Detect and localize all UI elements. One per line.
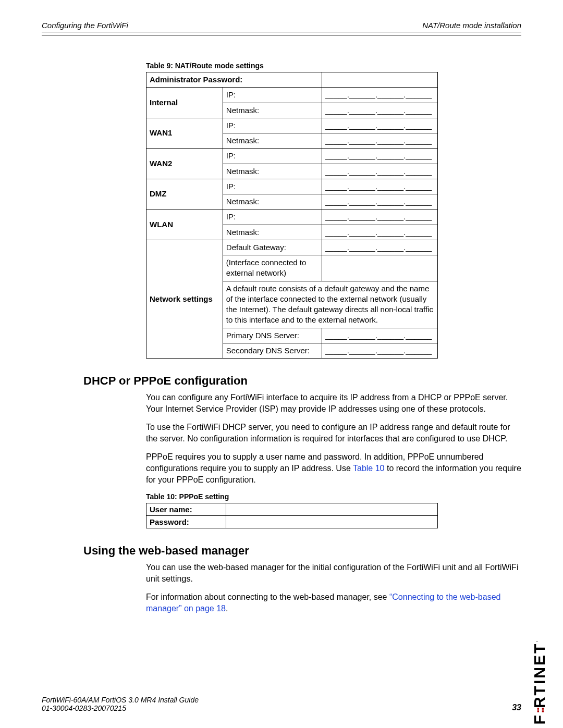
table9-caption: Table 9: NAT/Route mode settings — [146, 61, 521, 70]
internal-netmask-label: Netmask: — [223, 103, 322, 118]
wan1-ip-label: IP: — [223, 118, 322, 133]
web-p2a: For information about connecting to the … — [146, 593, 389, 601]
wlan-ip-label: IP: — [223, 209, 322, 225]
network-settings-label: Network settings — [146, 240, 223, 358]
footer-line1: FortiWiFi-60A/AM FortiOS 3.0 MR4 Install… — [42, 696, 199, 704]
dmz-netmask-value: _____.______.______.______ — [322, 194, 437, 209]
pppoe-username-value — [226, 503, 438, 516]
primary-dns-label: Primary DNS Server: — [223, 328, 322, 343]
wan2-netmask-value: _____.______.______.______ — [322, 164, 437, 179]
table10: User name: Password: — [146, 503, 438, 528]
dhcp-p3: PPPoE requires you to supply a user name… — [146, 451, 521, 485]
internal-netmask-value: _____.______.______.______ — [322, 103, 437, 118]
dmz-ip-value: _____.______.______.______ — [322, 179, 437, 194]
route-note: A default route consists of a default ga… — [223, 281, 437, 328]
admin-password-value — [322, 72, 437, 88]
footer-line2: 01-30004-0283-20070215 — [42, 704, 199, 712]
default-gateway-value: _____.______.______.______ — [322, 240, 437, 255]
default-gateway-label: Default Gateway: — [223, 240, 322, 255]
dmz-netmask-label: Netmask: — [223, 194, 322, 209]
wan1-ip-value: _____.______.______.______ — [322, 118, 437, 133]
table10-caption: Table 10: PPPoE setting — [146, 492, 521, 501]
logo-f: F — [531, 713, 548, 724]
iface-wan1-label: WAN1 — [146, 118, 223, 149]
wan2-ip-label: IP: — [223, 149, 322, 164]
table9: Administrator Password: Internal IP: ___… — [146, 72, 438, 359]
iface-note: (Interface connected to external network… — [223, 255, 322, 281]
section-web-manager-title: Using the web-based manager — [83, 544, 521, 558]
dmz-ip-label: IP: — [223, 179, 322, 194]
wlan-ip-value: _____.______.______.______ — [322, 209, 437, 225]
iface-wlan-label: WLAN — [146, 209, 223, 240]
fortinet-logo: F::RTINET. — [531, 639, 548, 724]
header-left: Configuring the FortiWiFi — [42, 21, 128, 30]
wan2-ip-value: _____.______.______.______ — [322, 149, 437, 164]
page-number: 33 — [512, 703, 521, 712]
web-p2b: . — [226, 604, 228, 613]
iface-note-value — [322, 255, 437, 281]
secondary-dns-value: _____.______.______.______ — [322, 343, 437, 358]
internal-ip-label: IP: — [223, 88, 322, 103]
pppoe-password-label: Password: — [146, 516, 226, 528]
pppoe-password-value — [226, 516, 438, 528]
secondary-dns-label: Secondary DNS Server: — [223, 343, 322, 358]
web-p2: For information about connecting to the … — [146, 591, 521, 614]
footer-left: FortiWiFi-60A/AM FortiOS 3.0 MR4 Install… — [42, 696, 199, 712]
iface-internal-label: Internal — [146, 88, 223, 118]
web-p1: You can use the web-based manager for th… — [146, 562, 521, 584]
pppoe-username-label: User name: — [146, 503, 226, 516]
table10-xref-link[interactable]: Table 10 — [353, 464, 385, 473]
document-page: Configuring the FortiWiFi NAT/Route mode… — [0, 0, 563, 728]
wan2-netmask-label: Netmask: — [223, 164, 322, 179]
dhcp-p2: To use the FortiWiFi DHCP server, you ne… — [146, 422, 521, 444]
iface-dmz-label: DMZ — [146, 179, 223, 209]
header-rule — [42, 32, 521, 35]
iface-wan2-label: WAN2 — [146, 149, 223, 179]
header-right: NAT/Route mode installation — [422, 21, 521, 30]
wlan-netmask-value: _____.______.______.______ — [322, 225, 437, 240]
page-footer: FortiWiFi-60A/AM FortiOS 3.0 MR4 Install… — [42, 696, 521, 712]
running-header: Configuring the FortiWiFi NAT/Route mode… — [42, 21, 521, 30]
wan1-netmask-value: _____.______.______.______ — [322, 133, 437, 149]
section-dhcp-pppoe-title: DHCP or PPPoE configuration — [83, 374, 521, 388]
dhcp-p1: You can configure any FortiWiFi interfac… — [146, 392, 521, 414]
wan1-netmask-label: Netmask: — [223, 133, 322, 149]
internal-ip-value: _____.______.______.______ — [322, 88, 437, 103]
admin-password-label: Administrator Password: — [146, 72, 322, 88]
wlan-netmask-label: Netmask: — [223, 225, 322, 240]
primary-dns-value: _____.______.______.______ — [322, 328, 437, 343]
logo-rest: RTINET — [531, 643, 548, 708]
logo-dots: :: — [532, 708, 546, 713]
